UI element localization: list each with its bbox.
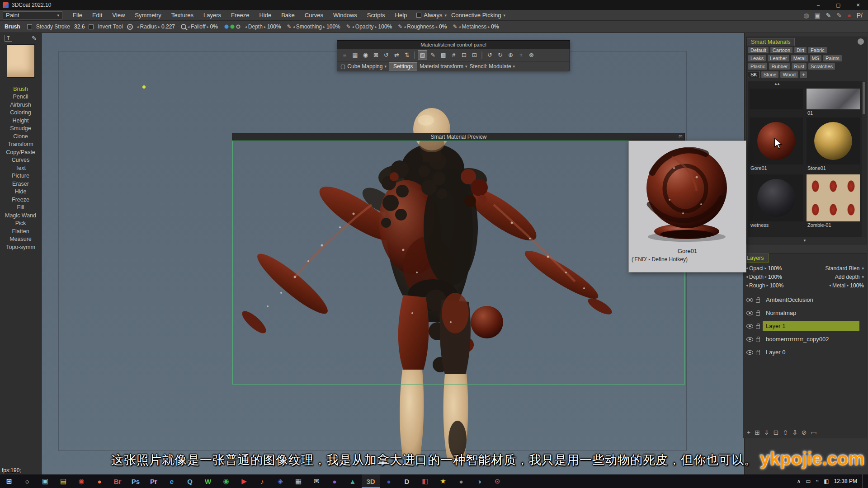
- layer-lock-icon[interactable]: [756, 325, 760, 329]
- layer-row[interactable]: Layer 0: [743, 346, 867, 359]
- tool-param-spinner[interactable]: ◂ Radius ▸ 0.227: [137, 23, 175, 30]
- material-panel-tool-icon[interactable]: ⊕: [506, 51, 515, 60]
- taskbar-app-icon[interactable]: ◉: [72, 474, 90, 488]
- picking-mode-select[interactable]: Connective Picking ▾: [451, 12, 505, 19]
- layer-row[interactable]: boomerrrrrrrrrr_copy002: [743, 333, 867, 346]
- material-category-tab[interactable]: Cartoon: [770, 47, 793, 54]
- menubar-tool-icon[interactable]: ✎: [837, 12, 842, 19]
- decrement-arrow-icon[interactable]: ◂: [746, 275, 748, 279]
- material-transform-tab[interactable]: Material transform ▾: [420, 63, 467, 70]
- increment-arrow-icon[interactable]: ▸: [158, 25, 160, 29]
- layer-name[interactable]: AmbientOcclusion: [763, 295, 859, 305]
- menu-item[interactable]: Freeze: [226, 12, 254, 19]
- param-value[interactable]: 100%: [326, 23, 340, 30]
- tool-list-item[interactable]: Eraser: [0, 180, 41, 188]
- tool-param-spinner[interactable]: ✎ ◂ Smoothing ▸ 100%: [287, 23, 340, 30]
- tool-param-spinner[interactable]: ✎ ◂ Roughness ▸ 0%: [398, 23, 447, 30]
- always-option[interactable]: Always ▾: [416, 12, 447, 19]
- tool-list-item[interactable]: Brush: [0, 85, 41, 93]
- decrement-arrow-icon[interactable]: ◂: [188, 25, 189, 29]
- material-panel-tool-icon[interactable]: ↺: [485, 51, 495, 60]
- pencil-icon[interactable]: ✎: [32, 35, 37, 42]
- taskbar-app-icon[interactable]: W: [199, 474, 217, 488]
- clock[interactable]: 12:38 PM: [834, 478, 857, 484]
- decrement-arrow-icon[interactable]: ◂: [137, 25, 139, 29]
- menubar-tool-icon[interactable]: P/: [857, 12, 863, 19]
- metalness-value[interactable]: 100%: [850, 282, 864, 289]
- pin-icon[interactable]: ⊡: [679, 134, 683, 140]
- layer-lock-icon[interactable]: [756, 312, 760, 316]
- material-category-tab[interactable]: Plastic: [748, 63, 768, 70]
- taskbar-app-icon[interactable]: ●: [326, 474, 344, 488]
- layer-action-icon[interactable]: +: [747, 429, 750, 436]
- material-panel-tool-icon[interactable]: ⊗: [527, 51, 536, 60]
- taskbar-app-icon[interactable]: e: [163, 474, 181, 488]
- stencil-mode-select[interactable]: Stencil: Modulate ▾: [470, 63, 515, 70]
- material-panel-tool-icon[interactable]: ▨: [418, 50, 427, 60]
- tool-list-item[interactable]: Flatten: [0, 227, 41, 235]
- tool-list-item[interactable]: Freeze: [0, 196, 41, 204]
- tool-list-item[interactable]: Coloring: [0, 109, 41, 117]
- smart-materials-title[interactable]: Smart Materials: [747, 38, 795, 46]
- tool-list-item[interactable]: Airbrush: [0, 101, 41, 109]
- taskbar-app-icon[interactable]: ▣: [36, 474, 54, 488]
- taskbar-app-icon[interactable]: 3D: [362, 474, 380, 488]
- material-panel-tool-icon[interactable]: ◉: [361, 51, 370, 60]
- increment-arrow-icon[interactable]: ▸: [764, 266, 766, 270]
- opacity-value[interactable]: 100%: [768, 265, 782, 272]
- layer-depth-spinner[interactable]: ◂ Depth ▸ 100%: [746, 274, 782, 280]
- material-panel-tool-icon[interactable]: ⊡: [470, 51, 479, 60]
- material-category-tab[interactable]: Scratches: [808, 63, 835, 70]
- tool-list-item[interactable]: Hide: [0, 188, 41, 196]
- taskbar-app-icon[interactable]: ●: [452, 474, 470, 488]
- increment-arrow-icon[interactable]: ▸: [847, 283, 849, 287]
- material-category-tab[interactable]: Leather: [767, 55, 789, 62]
- taskbar-app-icon[interactable]: ●: [90, 474, 108, 488]
- tool-list-item[interactable]: Magic Wand: [0, 211, 41, 220]
- taskbar-app-icon[interactable]: ◑: [470, 474, 488, 488]
- material-panel-tool-icon[interactable]: ⊠: [371, 51, 381, 60]
- decrement-arrow-icon[interactable]: ◂: [404, 25, 406, 29]
- invert-tool-checkbox[interactable]: [89, 24, 94, 29]
- increment-arrow-icon[interactable]: ▸: [488, 25, 490, 29]
- tool-list-item[interactable]: Fill: [0, 204, 41, 212]
- menu-item[interactable]: Hide: [254, 12, 276, 19]
- layer-action-icon[interactable]: ⊡: [774, 429, 779, 436]
- menubar-tool-icon[interactable]: ◍: [803, 12, 809, 19]
- material-thumbnail[interactable]: [748, 88, 805, 117]
- taskbar-app-icon[interactable]: ◧: [416, 474, 434, 488]
- steady-stroke-value[interactable]: 32.6: [74, 23, 85, 30]
- tool-list-item[interactable]: Clone: [0, 132, 41, 141]
- material-thumbnail[interactable]: 01: [805, 88, 862, 117]
- invert-tool-label[interactable]: Invert Tool: [98, 23, 123, 30]
- material-category-tab[interactable]: Rust: [791, 63, 807, 70]
- depth-mode-select[interactable]: Add depth ▾: [835, 274, 864, 280]
- taskbar-app-icon[interactable]: ◉: [217, 474, 235, 488]
- layer-roughness-spinner[interactable]: ◂ Rough ▸ 100%: [746, 282, 783, 289]
- material-thumbnail[interactable]: wetness: [748, 174, 805, 230]
- material-thumbnail[interactable]: Zombie-01: [805, 174, 862, 230]
- material-panel-tool-icon[interactable]: │: [480, 51, 484, 60]
- tool-list-item[interactable]: Pencil: [0, 93, 41, 101]
- layer-visibility-icon[interactable]: [746, 324, 753, 328]
- increment-arrow-icon[interactable]: ▸: [765, 275, 767, 279]
- taskbar-app-icon[interactable]: ⊙: [488, 474, 506, 488]
- close-button[interactable]: ✕: [848, 0, 868, 10]
- mapping-mode-select[interactable]: ▢ Cube Mapping ▾: [340, 63, 387, 70]
- taskbar-app-icon[interactable]: ✉: [307, 474, 326, 488]
- taskbar-app-icon[interactable]: ◈: [271, 474, 289, 488]
- taskbar-app-icon[interactable]: ●: [380, 474, 398, 488]
- param-value[interactable]: 100%: [267, 23, 281, 30]
- tool-param-spinner[interactable]: ◂ Falloff ▸ 0%: [181, 23, 218, 30]
- menu-item[interactable]: File: [68, 12, 87, 19]
- menu-item[interactable]: Windows: [328, 12, 362, 19]
- text-tool-icon[interactable]: T: [5, 35, 12, 42]
- material-category-tab[interactable]: Leaks: [748, 55, 766, 62]
- layer-action-icon[interactable]: ⊞: [755, 429, 760, 436]
- materials-menu-icon[interactable]: [858, 38, 864, 45]
- taskbar-app-icon[interactable]: ▲: [344, 474, 362, 488]
- material-category-tab[interactable]: SK: [748, 71, 760, 78]
- layer-action-icon[interactable]: ⊘: [802, 429, 807, 436]
- taskbar-app-icon[interactable]: ▦: [289, 474, 307, 488]
- material-panel-tool-icon[interactable]: ▦: [350, 51, 360, 60]
